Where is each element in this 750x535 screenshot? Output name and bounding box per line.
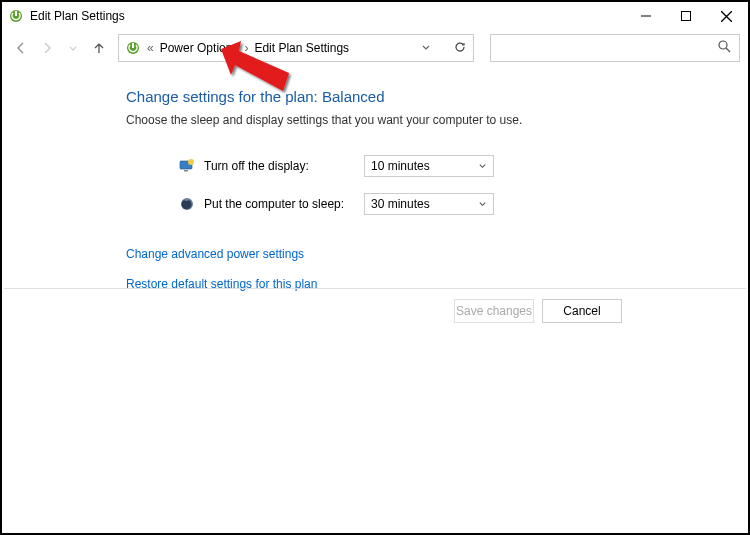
up-button[interactable] (88, 37, 110, 59)
setting-label: Turn off the display: (204, 159, 364, 173)
select-value: 30 minutes (371, 197, 430, 211)
titlebar: Edit Plan Settings (2, 2, 748, 30)
address-bar[interactable]: « Power Options › Edit Plan Settings (118, 34, 474, 62)
cancel-button[interactable]: Cancel (542, 299, 622, 323)
display-icon (178, 157, 196, 175)
power-options-icon (125, 40, 141, 56)
search-input[interactable] (490, 34, 740, 62)
select-value: 10 minutes (371, 159, 430, 173)
action-footer: Save changes Cancel (4, 288, 746, 332)
svg-point-12 (188, 159, 194, 165)
svg-rect-1 (15, 11, 17, 16)
svg-rect-11 (184, 170, 188, 172)
forward-button[interactable] (36, 37, 58, 59)
setting-label: Put the computer to sleep: (204, 197, 364, 211)
sleep-icon (178, 195, 196, 213)
setting-display-off: Turn off the display: 10 minutes (178, 155, 748, 177)
chevron-down-icon (478, 197, 487, 211)
chevron-down-icon (478, 159, 487, 173)
page-description: Choose the sleep and display settings th… (126, 113, 748, 127)
svg-point-8 (719, 41, 727, 49)
maximize-button[interactable] (666, 2, 706, 30)
sleep-timeout-select[interactable]: 30 minutes (364, 193, 494, 215)
refresh-button[interactable] (453, 40, 467, 57)
main-content: Change settings for the plan: Balanced C… (2, 66, 748, 291)
breadcrumb-parent[interactable]: Power Options (160, 41, 239, 55)
setting-sleep: Put the computer to sleep: 30 minutes (178, 193, 748, 215)
svg-rect-3 (682, 12, 691, 21)
minimize-button[interactable] (626, 2, 666, 30)
window-title: Edit Plan Settings (30, 9, 125, 23)
display-timeout-select[interactable]: 10 minutes (364, 155, 494, 177)
advanced-settings-link[interactable]: Change advanced power settings (126, 247, 748, 261)
breadcrumb-current[interactable]: Edit Plan Settings (254, 41, 349, 55)
search-icon (718, 40, 731, 56)
page-title: Change settings for the plan: Balanced (126, 88, 748, 105)
svg-line-9 (726, 48, 730, 52)
save-button: Save changes (454, 299, 534, 323)
power-options-icon (8, 8, 24, 24)
navigation-bar: « Power Options › Edit Plan Settings (2, 30, 748, 66)
breadcrumb-overflow[interactable]: « (147, 41, 154, 55)
back-button[interactable] (10, 37, 32, 59)
recent-dropdown[interactable] (62, 37, 84, 59)
chevron-right-icon: › (244, 41, 248, 55)
chevron-down-icon[interactable] (421, 41, 431, 55)
close-button[interactable] (706, 2, 746, 30)
svg-rect-7 (132, 43, 134, 48)
